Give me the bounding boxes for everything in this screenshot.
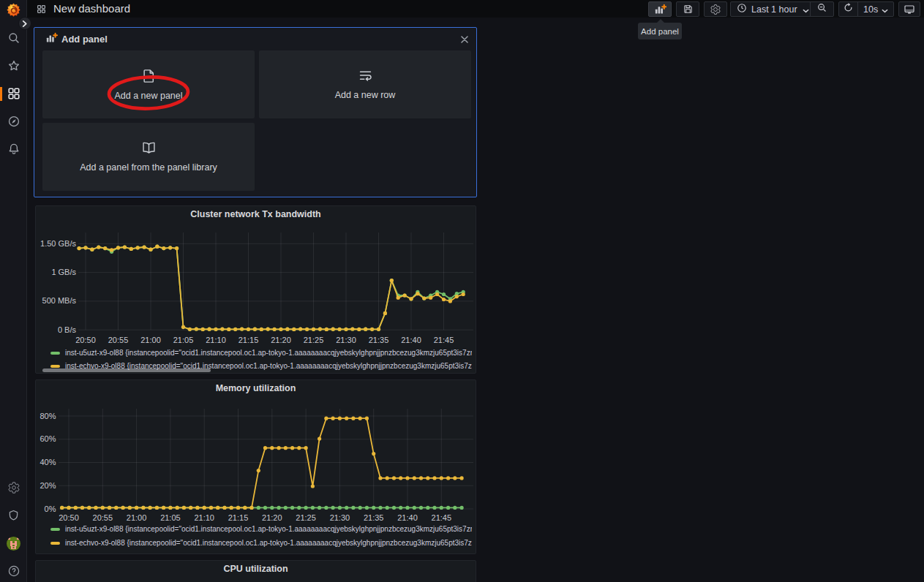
svg-text:21:25: 21:25 <box>304 336 324 344</box>
sidebar-expand-button[interactable] <box>18 17 31 30</box>
add-panel-from-library-label: Add a panel from the panel library <box>80 162 217 173</box>
time-picker-button[interactable]: Last 1 hour <box>731 2 810 16</box>
legend-item[interactable]: inst-u5uzt-x9-ol88 {instancepoolid="ocid… <box>50 524 472 534</box>
refresh-button[interactable] <box>839 2 857 16</box>
series-label: inst-u5uzt-x9-ol88 {instancepoolid="ocid… <box>65 349 472 357</box>
sidebar-active-indicator <box>0 87 2 101</box>
add-new-row-label: Add a new row <box>335 90 396 100</box>
panel-cluster-network-tx-bandwidth: Cluster network Tx bandwidth 0 B/s500 MB… <box>35 205 476 374</box>
svg-text:21:15: 21:15 <box>228 513 249 522</box>
add-panel-button[interactable] <box>648 1 672 17</box>
svg-text:21:45: 21:45 <box>432 513 452 522</box>
bandwidth-chart[interactable]: 0 B/s500 MB/s1 GB/s1.50 GB/s20:5020:5521… <box>36 206 476 345</box>
gear-icon <box>7 481 20 494</box>
time-range-label: Last 1 hour <box>751 4 797 15</box>
svg-text:21:30: 21:30 <box>330 513 350 522</box>
svg-text:60%: 60% <box>40 434 56 443</box>
sidebar-item-alerting[interactable] <box>0 137 27 162</box>
svg-text:21:05: 21:05 <box>160 513 181 522</box>
panel-memory-utilization: Memory utilization 0%20%40%60%80%20:5020… <box>35 379 476 554</box>
memory-chart[interactable]: 0%20%40%60%80%20:5020:5521:0021:0521:102… <box>36 380 476 526</box>
legend-item[interactable]: inst-echvo-x9-ol88 {instancepoolid="ocid… <box>50 537 472 548</box>
top-navbar: New dashboard <box>27 0 924 18</box>
save-dashboard-button[interactable] <box>676 1 699 17</box>
apps-icon <box>37 4 46 13</box>
save-icon <box>683 4 694 15</box>
shield-icon <box>7 509 20 522</box>
legend-item[interactable]: inst-u5uzt-x9-ol88 {instancepoolid="ocid… <box>50 347 472 358</box>
compass-icon <box>7 115 20 128</box>
refresh-group: 10s <box>838 1 894 17</box>
add-new-panel-button[interactable]: Add a new panel <box>42 50 255 118</box>
dashboard-settings-button[interactable] <box>704 1 727 17</box>
add-panel-widget: Add panel Add a new panel <box>34 27 477 197</box>
svg-text:21:35: 21:35 <box>369 336 389 344</box>
svg-text:40%: 40% <box>40 458 56 466</box>
svg-text:21:00: 21:00 <box>127 513 147 522</box>
panel-title[interactable]: CPU utilization <box>36 564 476 575</box>
svg-text:20%: 20% <box>40 481 56 490</box>
series-color-dash <box>50 365 60 368</box>
gear-icon <box>710 4 721 15</box>
add-panel-widget-title: Add panel <box>61 34 108 45</box>
svg-text:0 B/s: 0 B/s <box>58 325 77 334</box>
close-button[interactable] <box>459 34 470 45</box>
svg-text:21:35: 21:35 <box>364 513 384 522</box>
svg-text:21:00: 21:00 <box>140 336 161 344</box>
chevron-down-icon <box>882 3 888 16</box>
svg-text:21:40: 21:40 <box>401 336 421 344</box>
svg-text:21:20: 21:20 <box>271 336 291 344</box>
svg-text:80%: 80% <box>40 412 56 420</box>
zoom-out-time-button[interactable] <box>810 2 833 16</box>
star-icon <box>7 59 20 72</box>
search-icon <box>7 31 20 45</box>
sidebar-item-configuration[interactable] <box>0 475 27 500</box>
svg-text:21:40: 21:40 <box>397 513 418 522</box>
series-label: inst-u5uzt-x9-ol88 {instancepoolid="ocid… <box>65 525 472 533</box>
svg-text:1 GB/s: 1 GB/s <box>51 268 76 276</box>
sidebar <box>0 0 27 582</box>
series-label: inst-echvo-x9-ol88 {instancepoolid="ocid… <box>65 539 472 547</box>
svg-text:20:50: 20:50 <box>75 336 96 344</box>
sidebar-item-explore[interactable] <box>0 109 27 134</box>
question-icon <box>7 564 20 578</box>
sidebar-item-starred[interactable] <box>0 53 27 78</box>
wrap-text-icon <box>358 69 372 86</box>
time-picker-group: Last 1 hour <box>730 1 834 17</box>
bar-chart-plus-icon <box>45 31 58 47</box>
apps-icon <box>7 87 20 100</box>
refresh-interval-label: 10s <box>863 4 878 15</box>
series-color-dash <box>50 528 60 531</box>
bell-icon <box>7 143 20 156</box>
panel-cpu-utilization: CPU utilization <box>35 560 476 582</box>
svg-text:0%: 0% <box>45 504 56 513</box>
svg-text:20:55: 20:55 <box>108 336 129 344</box>
sidebar-item-dashboards[interactable] <box>0 81 27 106</box>
close-icon <box>461 33 468 46</box>
legend-scrollbar[interactable] <box>42 369 211 372</box>
svg-text:21:45: 21:45 <box>434 336 454 344</box>
svg-text:20:50: 20:50 <box>59 513 79 522</box>
svg-text:21:10: 21:10 <box>194 513 214 522</box>
page-title[interactable]: New dashboard <box>53 0 130 18</box>
book-open-icon <box>141 141 157 158</box>
svg-text:21:15: 21:15 <box>238 336 259 344</box>
svg-text:21:05: 21:05 <box>173 336 194 344</box>
monitor-icon <box>904 4 915 15</box>
svg-text:21:30: 21:30 <box>336 336 356 344</box>
chevron-down-icon <box>803 3 809 16</box>
user-avatar[interactable] <box>0 531 27 556</box>
refresh-icon <box>843 2 854 16</box>
refresh-interval-button[interactable]: 10s <box>857 2 893 16</box>
bar-chart-plus-icon <box>654 3 666 15</box>
sidebar-item-server-admin[interactable] <box>0 503 27 528</box>
sidebar-item-help[interactable] <box>0 559 27 582</box>
svg-text:21:10: 21:10 <box>206 336 226 344</box>
tv-mode-button[interactable] <box>898 1 920 17</box>
series-color-dash <box>50 352 60 355</box>
svg-text:21:20: 21:20 <box>262 513 282 522</box>
add-panel-tooltip: Add panel <box>638 23 682 39</box>
add-panel-from-library-button[interactable]: Add a panel from the panel library <box>42 123 255 191</box>
add-panel-widget-header[interactable]: Add panel <box>34 28 476 50</box>
add-new-row-button[interactable]: Add a new row <box>259 50 471 118</box>
